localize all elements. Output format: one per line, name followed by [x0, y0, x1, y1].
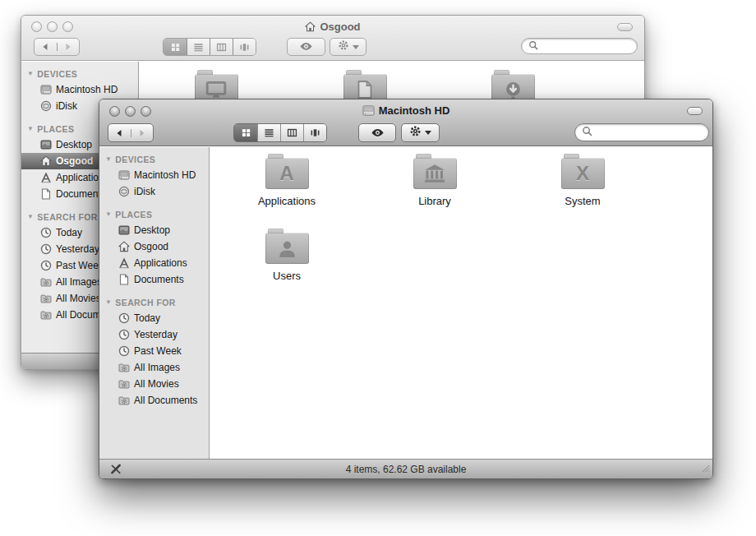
nav-buttons [34, 38, 80, 56]
document-icon [118, 274, 130, 285]
disclosure-triangle-icon[interactable]: ▼ [105, 155, 112, 163]
home-proxy-icon [305, 21, 316, 35]
eye-icon [299, 39, 313, 54]
disclosure-triangle-icon[interactable]: ▼ [105, 210, 112, 218]
idisk-globe-icon [39, 100, 52, 112]
disclosure-triangle-icon[interactable]: ▼ [27, 125, 34, 132]
sidebar-item-past-week[interactable]: Past Week [99, 343, 209, 359]
magnifier-icon [582, 125, 592, 140]
sidebar-item-all-documents[interactable]: All Documents [99, 392, 209, 409]
applications-a-icon [118, 257, 130, 269]
action-menu-button[interactable] [401, 123, 440, 142]
icon-view-button[interactable] [234, 124, 257, 141]
clock-icon [39, 260, 52, 271]
disclosure-triangle-icon[interactable]: ▼ [105, 298, 112, 306]
smart-folder-icon [39, 276, 52, 288]
clock-icon [39, 227, 52, 238]
quick-look-button[interactable] [358, 123, 396, 142]
minimize-button[interactable] [125, 106, 136, 117]
coverflow-view-button[interactable] [233, 39, 256, 55]
smart-folder-icon [39, 293, 52, 304]
back-button[interactable] [108, 129, 131, 137]
sidebar-item-macintosh-hd[interactable]: Macintosh HD [21, 81, 138, 98]
library-folder-icon [413, 158, 457, 189]
nav-buttons [108, 123, 154, 142]
icon-view-button[interactable] [164, 39, 187, 55]
sidebar-item-macintosh-hd[interactable]: Macintosh HD [99, 167, 209, 183]
quick-look-button[interactable] [287, 38, 325, 56]
clock-icon [118, 312, 130, 324]
toolbar-toggle-button[interactable] [687, 107, 703, 115]
sidebar-item-applications[interactable]: Applications [99, 255, 209, 271]
zoom-button[interactable] [141, 106, 151, 117]
view-mode-switcher [163, 38, 256, 56]
hard-drive-icon [118, 169, 130, 181]
folder-system[interactable]: X System [533, 158, 632, 207]
smart-folder-icon [39, 309, 52, 321]
coverflow-view-button[interactable] [303, 124, 326, 141]
users-folder-icon [265, 233, 309, 264]
smart-folder-icon [118, 378, 130, 390]
clock-icon [39, 243, 52, 255]
search-input[interactable] [538, 39, 637, 53]
window-controls [31, 21, 73, 32]
finder-window-macintosh-hd: Macintosh HD ▼DEVICES Macintosh HD [99, 99, 713, 479]
zoom-button[interactable] [62, 21, 73, 32]
close-button[interactable] [109, 106, 120, 117]
disclosure-triangle-icon[interactable]: ▼ [27, 213, 34, 220]
window-title: Macintosh HD [157, 104, 655, 118]
icon-label: Applications [258, 195, 316, 207]
sidebar-item-yesterday[interactable]: Yesterday [99, 326, 209, 343]
macintosh-hd-titlebar[interactable]: Macintosh HD [99, 99, 712, 146]
list-view-button[interactable] [187, 39, 210, 55]
disclosure-triangle-icon[interactable]: ▼ [27, 70, 34, 77]
forward-button[interactable] [57, 43, 80, 51]
sidebar-item-all-images[interactable]: All Images [99, 359, 209, 376]
status-text: 4 items, 62.62 GB available [99, 464, 712, 475]
folder-applications[interactable]: A Applications [237, 158, 336, 207]
magnifier-icon [528, 39, 538, 53]
desktop-icon [39, 139, 52, 150]
minimize-button[interactable] [47, 21, 58, 32]
applications-folder-icon: A [265, 158, 309, 189]
toolbar-toggle-button[interactable] [617, 23, 633, 31]
sidebar-item-idisk[interactable]: iDisk [99, 183, 209, 200]
file-browser-area[interactable]: A Applications Library X System Users [210, 147, 712, 459]
eye-icon [371, 126, 385, 141]
sidebar-item-all-movies[interactable]: All Movies [99, 376, 209, 392]
list-view-button[interactable] [257, 124, 280, 141]
sidebar-item-documents[interactable]: Documents [99, 271, 209, 288]
window-controls [109, 106, 151, 117]
icon-label: System [565, 195, 600, 207]
search-input[interactable] [592, 124, 708, 141]
document-icon [39, 188, 52, 200]
home-icon [118, 241, 130, 252]
sidebar-item-desktop[interactable]: Desktop [99, 222, 209, 238]
folder-users[interactable]: Users [237, 233, 336, 282]
sidebar-item-today[interactable]: Today [99, 310, 209, 326]
osgood-titlebar[interactable]: Osgood [21, 16, 644, 61]
column-view-button[interactable] [210, 39, 233, 55]
view-mode-switcher [233, 123, 327, 142]
folder-library[interactable]: Library [385, 158, 484, 207]
applications-a-icon [39, 172, 52, 183]
icon-label: Library [418, 195, 451, 207]
hard-drive-proxy-icon [362, 105, 375, 118]
home-icon [39, 155, 52, 167]
sidebar-item-osgood[interactable]: Osgood [99, 238, 209, 255]
close-button[interactable] [31, 21, 42, 32]
search-field[interactable] [574, 123, 709, 141]
smart-folder-icon [118, 395, 130, 406]
sidebar-section-devices: ▼DEVICES [21, 66, 138, 81]
resize-grip[interactable] [700, 461, 710, 476]
sidebar-section-search-for: ▼SEARCH FOR [99, 294, 209, 310]
desktop-icon [118, 224, 130, 236]
search-field[interactable] [521, 38, 638, 54]
column-view-button[interactable] [280, 124, 303, 141]
action-menu-button[interactable] [330, 38, 366, 56]
back-button[interactable] [35, 43, 57, 51]
forward-button[interactable] [131, 129, 154, 137]
status-bar: 4 items, 62.62 GB available [99, 459, 712, 478]
gear-icon [338, 39, 349, 54]
hard-drive-icon [39, 84, 52, 95]
